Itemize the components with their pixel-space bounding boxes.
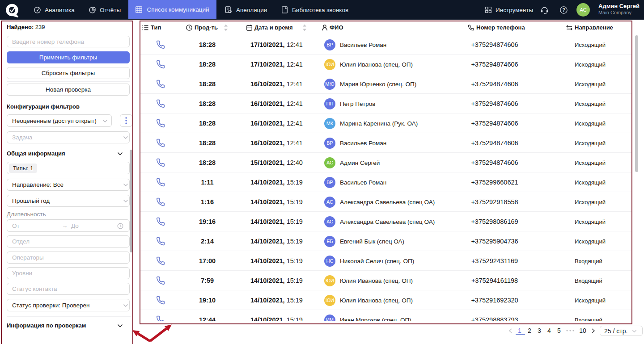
svg-text:?: ?	[562, 7, 565, 13]
